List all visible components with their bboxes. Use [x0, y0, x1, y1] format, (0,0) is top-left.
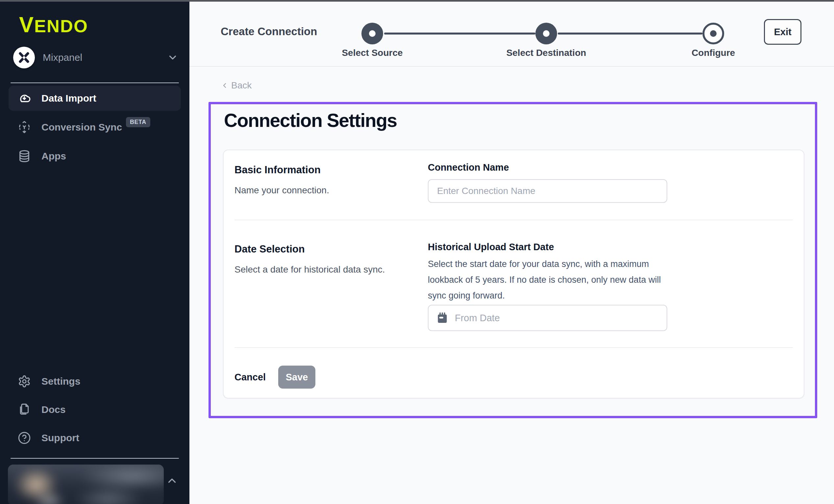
save-button[interactable]: Save	[278, 366, 315, 389]
historical-upload-start-date-label: Historical Upload Start Date	[428, 242, 554, 253]
connection-name-label: Connection Name	[428, 162, 509, 173]
exit-button[interactable]: Exit	[764, 19, 802, 45]
sidebar-item-settings[interactable]: Settings	[8, 369, 181, 394]
workspace-name: Mixpanel	[43, 52, 82, 63]
sidebar-item-docs[interactable]: Docs	[8, 397, 181, 422]
sidebar-item-apps[interactable]: Apps	[8, 144, 181, 169]
calendar-icon	[436, 312, 448, 324]
from-date-placeholder: From Date	[455, 313, 500, 324]
mixpanel-logo-icon	[17, 51, 30, 64]
window-top-border	[0, 0, 834, 2]
connection-name-input[interactable]	[428, 179, 667, 203]
page-title: Create Connection	[221, 25, 317, 38]
sidebar-divider	[10, 458, 179, 459]
sidebar-item-support[interactable]: Support	[8, 425, 181, 451]
sidebar-item-label: Support	[41, 432, 79, 443]
date-selection-title: Date Selection	[235, 243, 305, 255]
back-label: Back	[231, 80, 251, 91]
date-help-text: Select the start date for your data sync…	[428, 256, 679, 304]
sidebar-item-conversion-sync[interactable]: Conversion Sync BETA	[8, 115, 181, 140]
panel-title: Connection Settings	[224, 109, 397, 131]
chevron-down-icon	[167, 52, 178, 63]
workspace-switcher[interactable]: Mixpanel	[13, 46, 178, 69]
section-divider	[235, 220, 793, 220]
sidebar-footer-nav: Settings Docs Support	[8, 369, 181, 451]
sidebar-divider	[10, 83, 179, 83]
user-profile-blur	[8, 464, 164, 504]
step-dot-center	[369, 30, 376, 37]
sidebar: VENDO Mixpanel Data Import	[0, 2, 190, 504]
user-profile-blurred[interactable]	[8, 464, 164, 504]
cloud-download-icon	[18, 92, 31, 105]
sidebar-item-label: Apps	[41, 151, 66, 162]
back-link[interactable]: Back	[221, 80, 251, 91]
chevron-up-icon[interactable]	[166, 475, 178, 487]
wizard-header: Create Connection Select Source Select D…	[190, 2, 834, 67]
gear-icon	[18, 375, 31, 388]
form-actions: Cancel Save	[235, 366, 315, 389]
step-label-select-destination: Select Destination	[487, 48, 606, 58]
step-select-source-dot	[361, 23, 383, 44]
sidebar-item-label: Docs	[41, 404, 65, 415]
from-date-input[interactable]: From Date	[428, 305, 667, 331]
sidebar-item-data-import[interactable]: Data Import	[8, 86, 181, 111]
date-selection-description: Select a date for historical data sync.	[235, 264, 385, 275]
docs-icon	[18, 403, 31, 416]
step-dot-center	[710, 30, 717, 37]
help-circle-icon	[18, 431, 31, 444]
sidebar-item-label: Conversion Sync	[41, 122, 122, 133]
step-label-select-source: Select Source	[313, 48, 432, 58]
sidebar-item-label: Data Import	[41, 93, 96, 104]
sidebar-item-label: Settings	[41, 376, 80, 387]
stepper-line	[558, 32, 702, 35]
connection-settings-panel: Connection Settings Basic Information Na…	[208, 102, 817, 418]
mixpanel-avatar	[13, 47, 35, 68]
conversion-sync-icon	[18, 120, 31, 134]
beta-badge: BETA	[126, 117, 150, 127]
step-label-configure: Configure	[654, 48, 772, 58]
basic-information-title: Basic Information	[235, 164, 321, 176]
chevron-left-icon	[221, 82, 228, 89]
cancel-button[interactable]: Cancel	[235, 372, 266, 383]
section-divider	[235, 347, 793, 348]
step-dot-center	[543, 30, 550, 37]
sidebar-nav: Data Import Conversion Sync BETA	[8, 86, 181, 169]
vendo-logo: VENDO	[19, 12, 88, 37]
step-select-destination-dot	[535, 23, 557, 44]
database-icon	[18, 150, 31, 163]
basic-information-description: Name your connection.	[235, 185, 329, 196]
stepper-line	[384, 32, 535, 35]
step-configure-dot	[702, 23, 724, 44]
settings-card: Basic Information Name your connection. …	[223, 150, 805, 398]
